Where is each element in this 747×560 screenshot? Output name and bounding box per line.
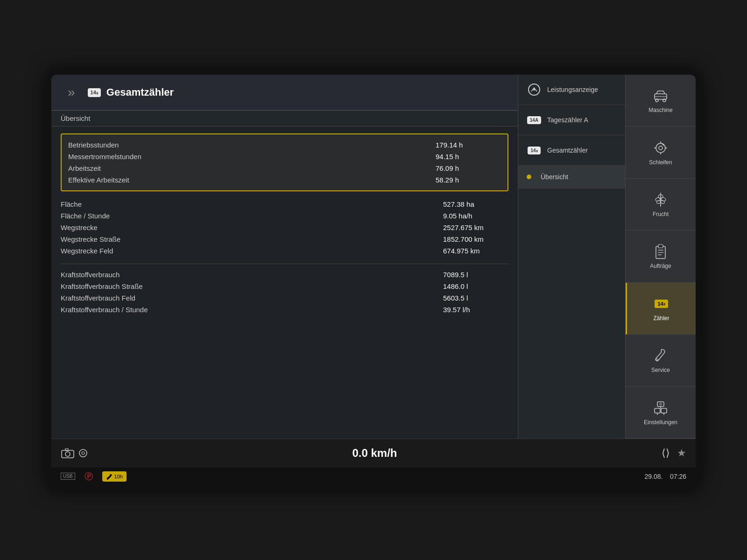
data-row: Wegstrecke Straße 1852.700 km (61, 233, 508, 245)
svg-point-32 (65, 452, 70, 456)
settings-small-icon (78, 448, 88, 458)
main-content: » 14₂ Gesamtzähler Übersicht Betriebsstu… (51, 75, 696, 439)
sub-header: Übersicht (51, 111, 518, 126)
data-row: Kraftstoffverbrauch / Stunde 39.57 l/h (61, 304, 508, 315)
svg-point-34 (79, 449, 87, 457)
data-row: Kraftstoffverbrauch Feld 5603.5 l (61, 292, 508, 304)
data-row: Effektive Arbeitszeit 58.29 h (68, 174, 501, 186)
svg-point-1 (533, 89, 535, 91)
speed-display (61, 448, 88, 459)
data-row: Kraftstoffverbrauch Straße 1486.0 l (61, 280, 508, 292)
distance-section: Fläche 527.38 ha Fläche / Stunde 9.05 ha… (61, 198, 508, 257)
svg-rect-26 (655, 408, 660, 413)
data-row: Wegstrecke Feld 674.975 km (61, 245, 508, 257)
active-dot (527, 175, 531, 179)
status-bar: 0.0 km/h ⟨⟩ ★ (51, 439, 696, 467)
svg-rect-24 (657, 402, 664, 406)
wrench-icon (652, 347, 669, 364)
data-row: Wegstrecke 2527.675 km (61, 222, 508, 233)
grind-icon (652, 140, 669, 156)
date-time-display: 29.08. 07:26 (644, 473, 686, 480)
middle-panel: Leistungsanzeige 14A Tageszähler A 14₂ G… (518, 75, 626, 439)
right-sidebar: Maschine Schleifen (626, 75, 696, 439)
main-screen: » 14₂ Gesamtzähler Übersicht Betriebsstu… (51, 75, 696, 485)
highlighted-section: Betriebsstunden 179.14 h Messertrommelst… (61, 133, 508, 191)
svg-point-6 (656, 143, 665, 153)
sidebar-item-service[interactable]: Service (626, 335, 696, 386)
sidebar-item-frucht[interactable]: Frucht (626, 179, 696, 231)
speed-center: 0.0 km/h (97, 447, 652, 460)
svg-point-7 (659, 146, 662, 150)
svg-point-35 (82, 452, 85, 455)
content-area: Betriebsstunden 179.14 h Messertrommelst… (51, 126, 518, 439)
data-row: Betriebsstunden 179.14 h (68, 139, 501, 151)
data-row: Fläche / Stunde 9.05 ha/h (61, 210, 508, 222)
data-row: Fläche 527.38 ha (61, 198, 508, 210)
star-icon: ★ (677, 447, 686, 459)
nav-item-ubersicht[interactable]: Übersicht (518, 166, 625, 189)
sidebar-item-maschine[interactable]: Maschine (626, 75, 696, 126)
speed-value: 0.0 km/h (352, 447, 397, 460)
header-bar: » 14₂ Gesamtzähler (51, 75, 518, 111)
svg-rect-19 (658, 245, 663, 248)
separator (61, 264, 508, 264)
svg-rect-27 (661, 408, 667, 413)
sidebar-item-schleifen[interactable]: Schleifen (626, 126, 696, 178)
service-hours-indicator: 10h (102, 471, 127, 482)
usb-indicator: USB (61, 473, 75, 480)
status-icons-right: ⟨⟩ ★ (662, 447, 686, 459)
svg-point-23 (656, 359, 658, 361)
sidebar-item-einstellungen[interactable]: Einstellungen (626, 387, 696, 439)
back-button[interactable]: » (61, 80, 82, 105)
connection-icon: ⟨⟩ (662, 447, 670, 459)
counter-icon: 14₂ (653, 295, 670, 312)
nav-item-leistungsanzeige[interactable]: Leistungsanzeige (518, 75, 625, 105)
left-panel: » 14₂ Gesamtzähler Übersicht Betriebsstu… (51, 75, 518, 439)
nav-item-gesamtzaehler[interactable]: 14₂ Gesamtzähler (518, 135, 625, 166)
data-row: Arbeitszeit 76.09 h (68, 162, 501, 174)
badge-icon: 14₂ (88, 88, 101, 97)
car-icon (652, 87, 669, 104)
counter-a-icon: 14A (527, 112, 542, 127)
parking-indicator: Ⓟ (85, 471, 93, 482)
svg-point-30 (660, 403, 662, 405)
settings-icon (652, 399, 669, 416)
sidebar-item-auftrage[interactable]: Aufträge (626, 231, 696, 282)
fuel-section: Kraftstoffverbrauch 7089.5 l Kraftstoffv… (61, 269, 508, 315)
sidebar-item-zahler[interactable]: 14₂ Zähler (626, 283, 696, 335)
wrench-small-icon (106, 473, 113, 480)
data-row: Messertrommelstunden 94.15 h (68, 151, 501, 162)
wheat-icon (652, 191, 669, 208)
clipboard-icon (652, 243, 669, 260)
counter-2-icon: 14₂ (527, 143, 542, 158)
speed-icon (527, 82, 542, 97)
page-title: Gesamtzähler (106, 86, 174, 98)
nav-item-tageszaehler[interactable]: 14A Tageszähler A (518, 105, 625, 135)
screen-bezel: » 14₂ Gesamtzähler Übersicht Betriebsstu… (47, 70, 700, 490)
data-row: Kraftstoffverbrauch 7089.5 l (61, 269, 508, 280)
bottom-info-bar: USB Ⓟ 10h 29.08. 07:26 (51, 467, 696, 485)
camera-icon (61, 448, 75, 459)
